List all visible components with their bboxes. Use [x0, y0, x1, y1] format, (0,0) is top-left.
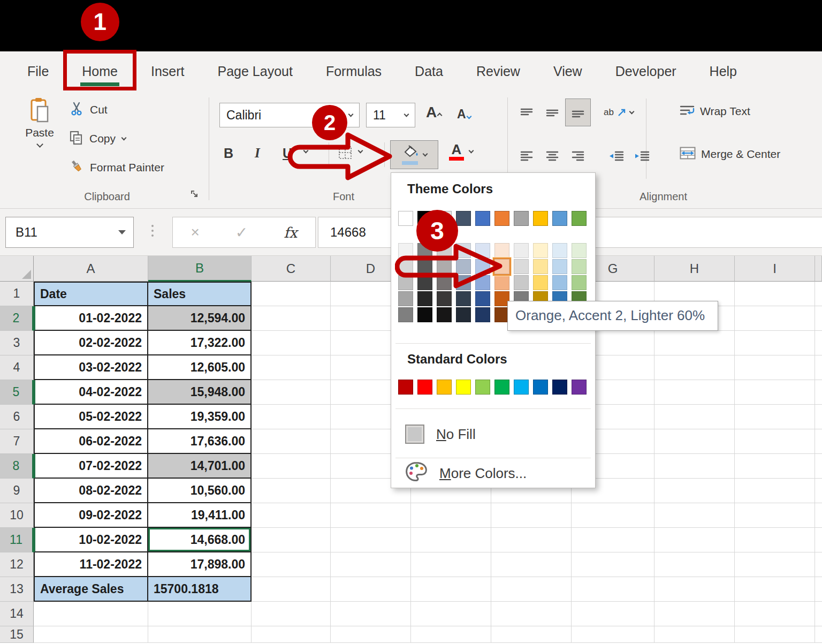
cell-G12[interactable]	[572, 552, 654, 577]
cell-C15[interactable]	[252, 626, 331, 643]
cell-B2[interactable]: 12,594.00	[148, 306, 252, 331]
cell-C14[interactable]	[252, 602, 331, 626]
row-header-4[interactable]: 4	[0, 355, 34, 380]
bottom-align-button[interactable]	[565, 99, 591, 126]
cell-A13[interactable]: Average Sales	[34, 577, 148, 602]
row-header-2[interactable]: 2	[0, 306, 34, 331]
cell-A8[interactable]: 07-02-2022	[34, 454, 148, 479]
row-header-14[interactable]: 14	[0, 602, 34, 626]
cell-H10[interactable]	[654, 503, 735, 528]
color-variant-swatch[interactable]	[572, 243, 587, 258]
theme-color-swatch-5[interactable]	[475, 211, 490, 226]
fill-color-chevron-icon[interactable]	[422, 151, 428, 156]
cell-F15[interactable]	[491, 626, 572, 643]
wrap-text-button[interactable]: Wrap Text	[680, 104, 750, 119]
cell-C1[interactable]	[252, 282, 331, 306]
color-variant-swatch[interactable]	[456, 307, 471, 322]
cell-A5[interactable]: 04-02-2022	[34, 380, 148, 405]
cell-F11[interactable]	[491, 528, 572, 552]
cell-E10[interactable]	[411, 503, 491, 528]
color-variant-swatch[interactable]	[533, 259, 548, 274]
cell-C2[interactable]	[252, 306, 331, 331]
align-left-button[interactable]	[514, 142, 539, 170]
middle-align-button[interactable]	[539, 99, 565, 126]
cut-button[interactable]: Cut	[70, 95, 164, 124]
cell-D10[interactable]	[331, 503, 411, 528]
increase-indent-button[interactable]	[629, 142, 655, 170]
standard-color-swatch-6[interactable]	[494, 380, 509, 395]
copy-button[interactable]: Copy	[70, 124, 164, 153]
cell-D15[interactable]	[331, 626, 411, 643]
tab-help[interactable]: Help	[693, 51, 754, 91]
cell-H13[interactable]	[654, 577, 735, 602]
color-variant-swatch[interactable]	[398, 307, 413, 322]
name-box-dropdown-icon[interactable]	[118, 230, 126, 234]
cell-A14[interactable]	[34, 602, 148, 626]
cell-A11[interactable]: 10-02-2022	[34, 528, 148, 552]
tab-page-layout[interactable]: Page Layout	[201, 51, 309, 91]
cell-A15[interactable]	[34, 626, 148, 643]
cell-G11[interactable]	[572, 528, 654, 552]
cell-H6[interactable]	[654, 405, 735, 429]
italic-button[interactable]: I	[255, 146, 260, 161]
cell-B9[interactable]: 10,560.00	[148, 479, 252, 503]
cell-H15[interactable]	[654, 626, 735, 643]
row-header-9[interactable]: 9	[0, 479, 34, 503]
merge-center-button[interactable]: Merge & Center	[680, 147, 780, 162]
cell-G10[interactable]	[572, 503, 654, 528]
cell-C6[interactable]	[252, 405, 331, 429]
cell-A4[interactable]: 03-02-2022	[34, 355, 148, 380]
cell-B1[interactable]: Sales	[148, 282, 252, 306]
column-header-B[interactable]: B	[148, 256, 252, 282]
cell-I12[interactable]	[735, 552, 815, 577]
more-colors-option[interactable]: More Colors...	[405, 461, 527, 486]
theme-color-swatch-6[interactable]	[494, 211, 509, 226]
cell-D14[interactable]	[331, 602, 411, 626]
color-variant-swatch[interactable]	[572, 259, 587, 274]
color-variant-swatch[interactable]	[475, 307, 490, 322]
cell-C3[interactable]	[252, 331, 331, 355]
cell-E13[interactable]	[411, 577, 491, 602]
cell-I13[interactable]	[735, 577, 815, 602]
column-header-H[interactable]: H	[654, 256, 735, 282]
cell-C4[interactable]	[252, 355, 331, 380]
cell-I14[interactable]	[735, 602, 815, 626]
cell-F10[interactable]	[491, 503, 572, 528]
cell-I6[interactable]	[735, 405, 815, 429]
cell-I4[interactable]	[735, 355, 815, 380]
clipboard-dialog-launcher-icon[interactable]	[190, 190, 199, 201]
theme-color-swatch-9[interactable]	[552, 211, 567, 226]
shrink-font-button[interactable]: A	[457, 107, 471, 122]
decrease-indent-button[interactable]	[604, 142, 629, 170]
cell-E12[interactable]	[411, 552, 491, 577]
grow-font-button[interactable]: A	[426, 104, 442, 121]
tab-developer[interactable]: Developer	[599, 51, 693, 91]
row-header-6[interactable]: 6	[0, 405, 34, 429]
insert-function-button[interactable]: fx	[284, 224, 297, 241]
cell-I9[interactable]	[735, 479, 815, 503]
no-fill-option[interactable]: No Fill	[405, 415, 476, 453]
cell-A9[interactable]: 08-02-2022	[34, 479, 148, 503]
cell-A6[interactable]: 05-02-2022	[34, 405, 148, 429]
paste-button[interactable]: Paste	[17, 97, 62, 149]
cell-I7[interactable]	[735, 429, 815, 454]
cell-H7[interactable]	[654, 429, 735, 454]
font-color-button[interactable]: A	[449, 142, 486, 161]
cell-A3[interactable]: 02-02-2022	[34, 331, 148, 355]
cell-E15[interactable]	[411, 626, 491, 643]
cell-B14[interactable]	[148, 602, 252, 626]
color-variant-swatch[interactable]	[552, 275, 567, 290]
standard-color-swatch-1[interactable]	[398, 380, 413, 395]
cell-C10[interactable]	[252, 503, 331, 528]
color-variant-swatch[interactable]	[533, 275, 548, 290]
cell-B13[interactable]: 15700.1818	[148, 577, 252, 602]
color-variant-swatch[interactable]	[437, 307, 452, 322]
tab-file[interactable]: File	[11, 51, 65, 91]
cell-C7[interactable]	[252, 429, 331, 454]
tab-data[interactable]: Data	[398, 51, 460, 91]
cell-E11[interactable]	[411, 528, 491, 552]
cell-I10[interactable]	[735, 503, 815, 528]
cell-C8[interactable]	[252, 454, 331, 479]
cell-C5[interactable]	[252, 380, 331, 405]
cell-I11[interactable]	[735, 528, 815, 552]
